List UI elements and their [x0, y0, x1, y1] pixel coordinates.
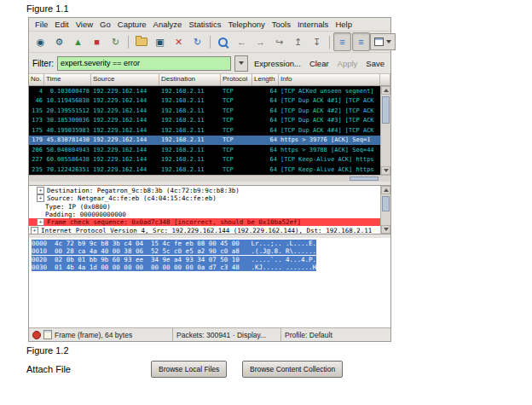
- packet-destination-cell: 192.168.2.11: [159, 88, 221, 95]
- packet-no-cell: 175: [29, 127, 44, 134]
- hex-row[interactable]: 0020 02 0b 01 bb 9b 60 93 ee 34 9e a4 93…: [32, 256, 388, 263]
- detail-row[interactable]: +Source: Netgear_4c:fe:eb (c4:04:15:4c:f…: [29, 194, 380, 202]
- packet-row[interactable]: 22760.085586438192.229.162.144192.168.2.…: [29, 155, 380, 165]
- expression-button[interactable]: Expression...: [252, 57, 304, 70]
- packet-row[interactable]: 17330.185300036192.229.162.144192.168.2.…: [29, 116, 380, 126]
- column-header-protocol[interactable]: Protocol: [221, 74, 252, 85]
- packet-row[interactable]: 20650.040804943192.229.162.144192.168.2.…: [29, 145, 380, 155]
- packet-destination-cell: 192.168.2.11: [159, 147, 221, 153]
- column-header-no[interactable]: No.: [29, 74, 44, 85]
- figure-1-label: Figure 1.1: [26, 3, 69, 14]
- save-file-button[interactable]: ▣: [151, 32, 169, 51]
- packet-time-cell: 20.139551512: [44, 107, 91, 114]
- column-header-source[interactable]: Source: [91, 74, 159, 85]
- packet-row[interactable]: 40.103600478192.229.162.144192.168.2.11T…: [29, 86, 380, 96]
- find-packet-button[interactable]: [214, 32, 232, 51]
- detail-text: Padding: 000000000000: [45, 211, 126, 218]
- hex-row[interactable]: 0000 4c 72 b9 9c b8 3b c4 04 15 4c fe eb…: [32, 240, 388, 247]
- column-header-length[interactable]: Length: [252, 74, 279, 85]
- list-interfaces-button[interactable]: ◉: [32, 32, 49, 51]
- start-capture-button[interactable]: ▲: [69, 32, 87, 51]
- menu-analyze[interactable]: Analyze: [150, 19, 186, 30]
- packet-row[interactable]: 4610.119456838192.229.162.144192.168.2.1…: [29, 96, 380, 107]
- reload-button[interactable]: ↻: [188, 32, 206, 51]
- detail-row[interactable]: Padding: 000000000000: [29, 211, 380, 218]
- menu-edit[interactable]: Edit: [51, 19, 72, 30]
- capture-comment-icon[interactable]: [43, 330, 52, 339]
- packet-destination-cell: 192.168.2.11: [159, 127, 221, 134]
- capture-options-button[interactable]: ⚙: [50, 32, 68, 51]
- menu-go[interactable]: Go: [96, 19, 114, 30]
- packet-length-cell: 64: [252, 156, 279, 163]
- restart-capture-button[interactable]: ↻: [107, 32, 124, 51]
- go-forward-button[interactable]: →: [252, 32, 269, 51]
- colorize-list-button[interactable]: ≡: [333, 32, 351, 51]
- hscrollbar-handle[interactable]: [350, 176, 379, 181]
- packet-list-hscrollbar[interactable]: [29, 175, 390, 182]
- column-header-info[interactable]: Info: [279, 74, 380, 85]
- stop-capture-button[interactable]: ■: [88, 32, 106, 51]
- scrollbar-track[interactable]: [381, 194, 390, 225]
- scrollbar-handle[interactable]: [382, 196, 390, 211]
- packet-destination-cell: 192.168.2.11: [159, 166, 221, 173]
- browse-content-collection-button[interactable]: Browse Content Collection: [242, 361, 343, 378]
- scroll-down-icon[interactable]: [381, 225, 390, 234]
- packet-protocol-cell: TCP: [221, 147, 252, 153]
- close-file-button[interactable]: ✕: [170, 32, 188, 51]
- expander-icon[interactable]: +: [37, 187, 44, 194]
- go-bottom-button[interactable]: ↧: [308, 32, 326, 51]
- expander-icon[interactable]: +: [37, 218, 44, 226]
- packet-row[interactable]: 23570.122426351192.229.162.144192.168.2.…: [29, 165, 380, 175]
- save-button[interactable]: Save: [363, 57, 387, 70]
- wireshark-window: FileEditViewGoCaptureAnalyzeStatisticsTe…: [28, 17, 391, 342]
- scrollbar-track[interactable]: [381, 95, 390, 166]
- auto-scroll-icon: ≡: [358, 38, 363, 47]
- menu-tools[interactable]: Tools: [269, 19, 294, 30]
- menu-view[interactable]: View: [72, 19, 96, 30]
- detail-row[interactable]: Type: IP (0x0800): [29, 203, 380, 211]
- auto-scroll-button[interactable]: ≡: [352, 32, 370, 51]
- menu-statistics[interactable]: Statistics: [185, 19, 224, 30]
- detail-row[interactable]: +Internet Protocol Version 4, Src: 192.2…: [29, 226, 380, 234]
- apply-button[interactable]: Apply: [335, 57, 361, 70]
- expander-icon[interactable]: +: [31, 227, 38, 234]
- browse-local-files-button[interactable]: Browse Local Files: [151, 361, 227, 378]
- packet-row[interactable]: 17540.199035983192.229.162.144192.168.2.…: [29, 125, 380, 136]
- filter-dropdown-button[interactable]: [234, 55, 248, 72]
- detail-text: Frame check sequence: 0x0ad7c348 [incorr…: [47, 218, 301, 226]
- scroll-up-icon[interactable]: [381, 186, 390, 194]
- menu-help[interactable]: Help: [332, 19, 356, 30]
- menu-capture[interactable]: Capture: [114, 19, 150, 30]
- menu-file[interactable]: File: [32, 19, 51, 30]
- scroll-down-icon[interactable]: [381, 166, 390, 175]
- column-header-destination[interactable]: Destination: [159, 74, 221, 85]
- packet-time-cell: 40.199035983: [44, 127, 91, 134]
- scrollbar-handle[interactable]: [382, 96, 390, 124]
- stop-capture-icon: ■: [94, 38, 100, 47]
- start-capture-icon: ▲: [73, 38, 83, 47]
- toolbar-dropdown-button[interactable]: [370, 33, 396, 50]
- packet-source-cell: 192.229.162.144: [91, 97, 159, 104]
- packet-row[interactable]: 13520.139551512192.229.162.144192.168.2.…: [29, 106, 380, 116]
- expander-icon[interactable]: +: [37, 194, 44, 202]
- packet-time-cell: 10.119456838: [44, 97, 91, 104]
- detail-row[interactable]: +Frame check sequence: 0x0ad7c348 [incor…: [29, 218, 380, 226]
- filter-input[interactable]: [57, 56, 231, 71]
- details-scrollbar[interactable]: [380, 186, 390, 234]
- expert-info-icon[interactable]: [32, 331, 41, 339]
- go-back-button[interactable]: ←: [233, 32, 251, 51]
- go-to-packet-button[interactable]: ↪: [270, 32, 288, 51]
- open-file-button[interactable]: [132, 32, 150, 51]
- packet-row[interactable]: 17945.830781430192.229.162.144192.168.2.…: [29, 136, 380, 146]
- clear-button[interactable]: Clear: [307, 57, 332, 70]
- hex-row[interactable]: 0010 00 28 ca 4a 40 00 38 06 52 5c c0 e5…: [32, 247, 388, 255]
- packet-list-scrollbar[interactable]: [380, 86, 390, 175]
- hex-row[interactable]: 0030 01 4b 4a 1d 00 00 00 00 00 00 00 00…: [32, 263, 388, 271]
- column-header-time[interactable]: Time: [44, 74, 91, 85]
- detail-row[interactable]: +Destination: Pegatron_9c:b8:3b (4c:72:b…: [29, 187, 380, 194]
- go-top-button[interactable]: ↥: [289, 32, 307, 51]
- scroll-up-icon[interactable]: [381, 86, 390, 95]
- menu-telephony[interactable]: Telephony: [224, 19, 268, 30]
- menu-internals[interactable]: Internals: [294, 19, 332, 30]
- packet-destination-cell: 192.168.2.11: [159, 156, 221, 163]
